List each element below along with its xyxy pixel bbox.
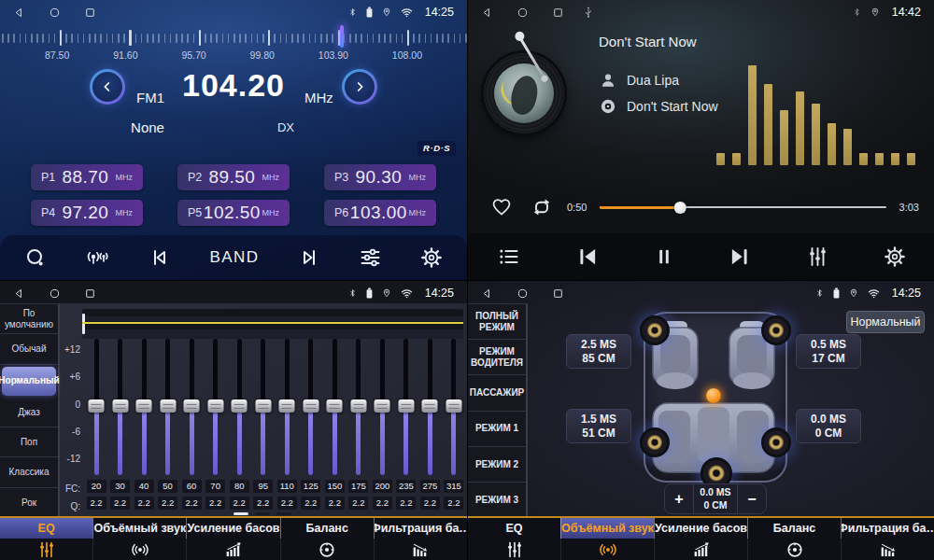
eq-band-slider[interactable]: [213, 339, 218, 475]
eq-band-slider[interactable]: [118, 339, 122, 475]
nav-recents-icon[interactable]: [84, 7, 96, 19]
tab-filter[interactable]: Фильтрация ба…: [841, 518, 934, 539]
surround-tab-icon[interactable]: [92, 539, 186, 560]
filter-tab-icon[interactable]: [841, 539, 934, 560]
listening-mode-item[interactable]: РЕЖИМ ВОДИТЕЛЯ: [468, 340, 526, 375]
eq-band-slider[interactable]: [165, 339, 170, 475]
slider-thumb[interactable]: [279, 399, 295, 413]
eq-preset-item[interactable]: Классика: [0, 457, 58, 487]
favorite-heart-icon[interactable]: [490, 197, 513, 217]
slider-thumb[interactable]: [375, 399, 390, 413]
nav-back-icon[interactable]: [13, 7, 25, 19]
scan-icon[interactable]: [24, 246, 47, 269]
tab-bass-boost[interactable]: Усиление басов: [654, 518, 747, 539]
nav-home-icon[interactable]: [517, 7, 529, 19]
playlist-icon[interactable]: [496, 245, 521, 268]
progress-thumb[interactable]: [674, 202, 686, 214]
delay-rear-right-button[interactable]: 0.0 MS 0 CM: [796, 409, 861, 443]
slider-thumb[interactable]: [398, 399, 414, 413]
tab-eq[interactable]: EQ: [0, 518, 92, 539]
nav-recents-icon[interactable]: [84, 287, 96, 300]
eq-preset-item[interactable]: Поп: [0, 427, 58, 457]
prev-track-icon[interactable]: [575, 245, 600, 269]
listener-position-dot[interactable]: [706, 388, 721, 403]
minus-button[interactable]: −: [738, 484, 766, 513]
mixer-vertical-icon[interactable]: [806, 245, 829, 268]
bass-boost-tab-icon[interactable]: [654, 539, 747, 560]
pause-icon[interactable]: [654, 245, 674, 268]
repeat-icon[interactable]: [530, 196, 554, 218]
slider-thumb[interactable]: [160, 399, 176, 413]
preset-button[interactable]: P4 97.20 MHz: [31, 200, 143, 226]
preset-button[interactable]: P5 102.50 MHz: [177, 200, 290, 226]
slider-thumb[interactable]: [350, 399, 366, 413]
delay-rear-left-button[interactable]: 1.5 MS 51 CM: [566, 409, 631, 443]
eq-band-slider[interactable]: [285, 339, 290, 475]
band-button[interactable]: BAND: [209, 248, 259, 267]
tab-filter[interactable]: Фильтрация ба…: [374, 518, 467, 539]
eq-preset-item[interactable]: Нормальный: [2, 367, 56, 396]
seek-next-icon[interactable]: [298, 246, 320, 269]
tune-down-button[interactable]: [90, 69, 125, 105]
frequency-ruler[interactable]: 87.5091.6095.7099.80103.90108.00: [0, 24, 467, 65]
preset-button[interactable]: P1 88.70 MHz: [31, 164, 143, 190]
delay-front-left-button[interactable]: 2.5 MS 85 CM: [566, 334, 631, 369]
tab-surround[interactable]: Объёмный звук: [92, 518, 186, 539]
eq-band-slider[interactable]: [428, 339, 432, 475]
nav-home-icon[interactable]: [517, 287, 529, 300]
eq-band-slider[interactable]: [403, 339, 408, 475]
profile-normal-button[interactable]: Нормальный: [846, 311, 925, 333]
eq-band-slider[interactable]: [190, 339, 194, 475]
eq-preset-item[interactable]: По умолчанию: [0, 304, 58, 334]
eq-band-slider[interactable]: [94, 339, 99, 475]
next-track-icon[interactable]: [728, 245, 752, 269]
preset-button[interactable]: P3 90.30 MHz: [324, 164, 436, 190]
slider-thumb[interactable]: [422, 399, 438, 413]
nav-back-icon[interactable]: [481, 287, 493, 300]
progress-bar[interactable]: [600, 201, 885, 214]
nav-back-icon[interactable]: [13, 287, 25, 300]
slider-thumb[interactable]: [136, 399, 152, 413]
slider-thumb[interactable]: [89, 399, 105, 413]
eq-band-slider[interactable]: [451, 339, 456, 475]
slider-thumb[interactable]: [184, 399, 200, 413]
slider-thumb[interactable]: [255, 399, 271, 413]
tab-surround[interactable]: Объёмный звук: [560, 518, 654, 539]
nav-back-icon[interactable]: [481, 7, 493, 19]
eq-band-slider[interactable]: [142, 339, 147, 475]
balance-tab-icon[interactable]: [747, 539, 841, 560]
listening-mode-item[interactable]: ПОЛНЫЙ РЕЖИМ: [468, 304, 526, 340]
eq-band-slider[interactable]: [237, 339, 242, 475]
nav-recents-icon[interactable]: [552, 287, 564, 300]
bass-boost-tab-icon[interactable]: [186, 539, 279, 560]
tab-bass-boost[interactable]: Усиление басов: [186, 518, 279, 539]
listening-mode-item[interactable]: РЕЖИМ 3: [468, 483, 526, 518]
balance-tab-icon[interactable]: [280, 539, 374, 560]
eq-preset-item[interactable]: Рок: [0, 488, 58, 518]
nav-home-icon[interactable]: [49, 7, 61, 19]
eq-preset-item[interactable]: Обычай: [0, 334, 58, 364]
listening-mode-item[interactable]: РЕЖИМ 1: [468, 412, 526, 447]
listening-mode-item[interactable]: РЕЖИМ 2: [468, 447, 526, 483]
slider-thumb[interactable]: [232, 399, 248, 413]
slider-thumb[interactable]: [207, 399, 223, 413]
settings-gear-icon[interactable]: [884, 245, 906, 268]
eq-band-slider[interactable]: [380, 339, 385, 475]
listening-mode-item[interactable]: ПАССАЖИР: [468, 375, 526, 411]
settings-gear-icon[interactable]: [420, 246, 443, 269]
broadcast-seek-icon[interactable]: [85, 246, 110, 269]
eq-band-slider[interactable]: [261, 339, 265, 475]
seek-prev-icon[interactable]: [149, 246, 171, 269]
slider-thumb[interactable]: [327, 399, 343, 413]
preset-button[interactable]: P2 89.50 MHz: [177, 164, 290, 190]
tab-balance[interactable]: Баланс: [280, 518, 374, 539]
eq-preset-item[interactable]: Джаз: [0, 398, 58, 427]
preset-button[interactable]: P6 103.00 MHz: [324, 200, 436, 226]
delay-front-right-button[interactable]: 0.5 MS 17 CM: [796, 334, 861, 369]
eq-band-slider[interactable]: [333, 339, 337, 475]
eq-band-slider[interactable]: [356, 339, 361, 475]
eq-tab-icon[interactable]: [468, 539, 560, 560]
filter-tab-icon[interactable]: [374, 539, 467, 560]
eq-band-slider[interactable]: [308, 339, 313, 475]
slider-thumb[interactable]: [446, 399, 461, 413]
